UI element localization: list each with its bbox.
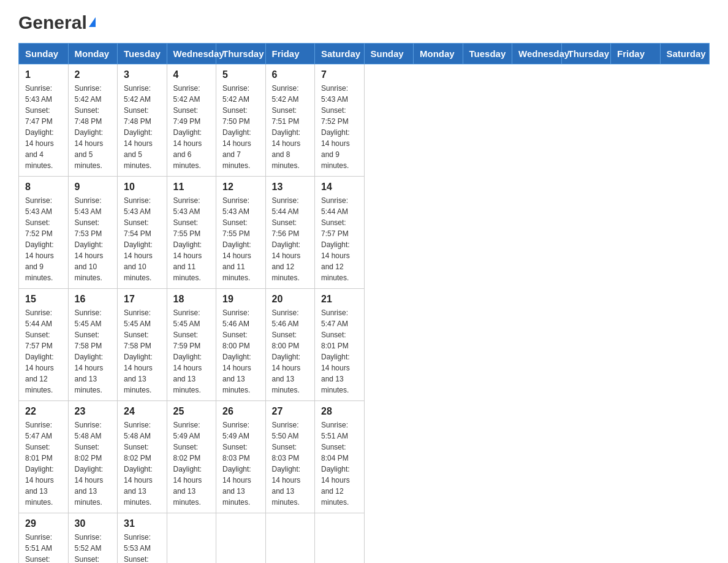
day-header-wednesday: Wednesday	[512, 44, 562, 64]
day-info: Sunrise: 5:48 AMSunset: 8:02 PMDaylight:…	[75, 421, 104, 507]
day-info: Sunrise: 5:51 AMSunset: 8:04 PMDaylight:…	[321, 421, 350, 507]
day-number: 18	[173, 294, 210, 305]
day-number: 23	[75, 406, 112, 417]
calendar-cell: 30Sunrise: 5:52 AMSunset: 8:04 PMDayligh…	[68, 513, 118, 564]
calendar-cell: 10Sunrise: 5:43 AMSunset: 7:54 PMDayligh…	[118, 177, 167, 289]
calendar-cell: 3Sunrise: 5:42 AMSunset: 7:48 PMDaylight…	[118, 64, 167, 177]
day-info: Sunrise: 5:42 AMSunset: 7:48 PMDaylight:…	[75, 84, 104, 170]
day-info: Sunrise: 5:43 AMSunset: 7:55 PMDaylight:…	[222, 196, 251, 282]
day-number: 14	[321, 182, 358, 193]
day-info: Sunrise: 5:42 AMSunset: 7:51 PMDaylight:…	[272, 84, 301, 170]
day-number: 9	[75, 182, 112, 193]
day-info: Sunrise: 5:49 AMSunset: 8:03 PMDaylight:…	[222, 421, 251, 507]
day-info: Sunrise: 5:48 AMSunset: 8:02 PMDaylight:…	[124, 421, 153, 507]
day-header-sunday: Sunday	[364, 44, 414, 64]
day-info: Sunrise: 5:42 AMSunset: 7:50 PMDaylight:…	[222, 84, 251, 170]
calendar-cell: 5Sunrise: 5:42 AMSunset: 7:50 PMDaylight…	[216, 64, 266, 177]
day-header-tuesday: Tuesday	[463, 44, 512, 64]
day-number: 21	[321, 294, 358, 305]
day-number: 5	[222, 69, 259, 80]
day-number: 8	[25, 182, 62, 193]
calendar-cell	[167, 513, 216, 564]
calendar-week-row: 22Sunrise: 5:47 AMSunset: 8:01 PMDayligh…	[19, 401, 710, 513]
day-info: Sunrise: 5:45 AMSunset: 7:59 PMDaylight:…	[173, 308, 202, 394]
calendar-week-row: 15Sunrise: 5:44 AMSunset: 7:57 PMDayligh…	[19, 289, 710, 401]
day-info: Sunrise: 5:43 AMSunset: 7:52 PMDaylight:…	[25, 196, 54, 282]
day-info: Sunrise: 5:43 AMSunset: 7:52 PMDaylight:…	[321, 84, 350, 170]
day-info: Sunrise: 5:43 AMSunset: 7:47 PMDaylight:…	[25, 84, 54, 170]
day-info: Sunrise: 5:43 AMSunset: 7:53 PMDaylight:…	[75, 196, 104, 282]
calendar-cell: 6Sunrise: 5:42 AMSunset: 7:51 PMDaylight…	[265, 64, 315, 177]
day-number: 13	[272, 182, 309, 193]
day-number: 26	[222, 406, 259, 417]
calendar-cell: 31Sunrise: 5:53 AMSunset: 8:04 PMDayligh…	[118, 513, 167, 564]
calendar-cell: 4Sunrise: 5:42 AMSunset: 7:49 PMDaylight…	[167, 64, 216, 177]
calendar-week-row: 8Sunrise: 5:43 AMSunset: 7:52 PMDaylight…	[19, 177, 710, 289]
day-header-saturday: Saturday	[660, 44, 710, 64]
day-number: 22	[25, 406, 62, 417]
calendar-cell: 1Sunrise: 5:43 AMSunset: 7:47 PMDaylight…	[19, 64, 69, 177]
calendar-cell: 26Sunrise: 5:49 AMSunset: 8:03 PMDayligh…	[216, 401, 266, 513]
calendar-cell: 14Sunrise: 5:44 AMSunset: 7:57 PMDayligh…	[315, 177, 365, 289]
day-info: Sunrise: 5:47 AMSunset: 8:01 PMDaylight:…	[25, 421, 54, 507]
calendar-cell: 21Sunrise: 5:47 AMSunset: 8:01 PMDayligh…	[315, 289, 365, 401]
logo-general-text: General	[18, 12, 87, 33]
day-info: Sunrise: 5:44 AMSunset: 7:57 PMDaylight:…	[25, 308, 54, 394]
calendar-cell: 2Sunrise: 5:42 AMSunset: 7:48 PMDaylight…	[68, 64, 118, 177]
calendar-week-row: 29Sunrise: 5:51 AMSunset: 8:04 PMDayligh…	[19, 513, 710, 564]
calendar-cell: 9Sunrise: 5:43 AMSunset: 7:53 PMDaylight…	[68, 177, 118, 289]
day-number: 7	[321, 69, 358, 80]
day-number: 16	[75, 294, 112, 305]
day-number: 27	[272, 406, 309, 417]
calendar-cell	[315, 513, 365, 564]
calendar-cell	[265, 513, 315, 564]
calendar-cell: 12Sunrise: 5:43 AMSunset: 7:55 PMDayligh…	[216, 177, 266, 289]
day-number: 11	[173, 182, 210, 193]
day-header-thursday: Thursday	[561, 44, 611, 64]
day-number: 30	[75, 518, 112, 529]
calendar-cell: 20Sunrise: 5:46 AMSunset: 8:00 PMDayligh…	[265, 289, 315, 401]
calendar-week-row: 1Sunrise: 5:43 AMSunset: 7:47 PMDaylight…	[19, 64, 710, 177]
calendar-cell: 13Sunrise: 5:44 AMSunset: 7:56 PMDayligh…	[265, 177, 315, 289]
calendar-header-row: SundayMondayTuesdayWednesdayThursdayFrid…	[19, 44, 710, 64]
day-header-friday: Friday	[611, 44, 661, 64]
day-number: 6	[272, 69, 309, 80]
calendar-cell: 23Sunrise: 5:48 AMSunset: 8:02 PMDayligh…	[68, 401, 118, 513]
calendar-table: SundayMondayTuesdayWednesdayThursdayFrid…	[18, 43, 710, 563]
day-number: 19	[222, 294, 259, 305]
day-info: Sunrise: 5:43 AMSunset: 7:54 PMDaylight:…	[124, 196, 153, 282]
day-info: Sunrise: 5:43 AMSunset: 7:55 PMDaylight:…	[173, 196, 202, 282]
logo: General	[18, 12, 96, 31]
day-info: Sunrise: 5:45 AMSunset: 7:58 PMDaylight:…	[124, 308, 153, 394]
calendar-cell: 16Sunrise: 5:45 AMSunset: 7:58 PMDayligh…	[68, 289, 118, 401]
day-header-monday: Monday	[414, 44, 463, 64]
calendar-cell: 27Sunrise: 5:50 AMSunset: 8:03 PMDayligh…	[265, 401, 315, 513]
day-info: Sunrise: 5:42 AMSunset: 7:48 PMDaylight:…	[124, 84, 153, 170]
day-info: Sunrise: 5:53 AMSunset: 8:04 PMDaylight:…	[124, 533, 153, 563]
day-number: 4	[173, 69, 210, 80]
day-number: 12	[222, 182, 259, 193]
day-number: 28	[321, 406, 358, 417]
calendar-cell: 18Sunrise: 5:45 AMSunset: 7:59 PMDayligh…	[167, 289, 216, 401]
day-info: Sunrise: 5:50 AMSunset: 8:03 PMDaylight:…	[272, 421, 301, 507]
day-number: 10	[124, 182, 161, 193]
day-header-thursday: Thursday	[216, 44, 266, 64]
day-number: 1	[25, 69, 62, 80]
day-number: 25	[173, 406, 210, 417]
day-number: 17	[124, 294, 161, 305]
page-header: General	[18, 12, 710, 31]
calendar-cell: 17Sunrise: 5:45 AMSunset: 7:58 PMDayligh…	[118, 289, 167, 401]
calendar-cell: 24Sunrise: 5:48 AMSunset: 8:02 PMDayligh…	[118, 401, 167, 513]
calendar-cell: 19Sunrise: 5:46 AMSunset: 8:00 PMDayligh…	[216, 289, 266, 401]
day-number: 29	[25, 518, 62, 529]
calendar-cell: 22Sunrise: 5:47 AMSunset: 8:01 PMDayligh…	[19, 401, 69, 513]
calendar-cell	[216, 513, 266, 564]
day-header-saturday: Saturday	[315, 44, 365, 64]
day-info: Sunrise: 5:46 AMSunset: 8:00 PMDaylight:…	[272, 308, 301, 394]
day-header-tuesday: Tuesday	[118, 44, 167, 64]
day-number: 24	[124, 406, 161, 417]
day-info: Sunrise: 5:42 AMSunset: 7:49 PMDaylight:…	[173, 84, 202, 170]
calendar-cell: 7Sunrise: 5:43 AMSunset: 7:52 PMDaylight…	[315, 64, 365, 177]
day-info: Sunrise: 5:45 AMSunset: 7:58 PMDaylight:…	[75, 308, 104, 394]
day-info: Sunrise: 5:52 AMSunset: 8:04 PMDaylight:…	[75, 533, 104, 563]
